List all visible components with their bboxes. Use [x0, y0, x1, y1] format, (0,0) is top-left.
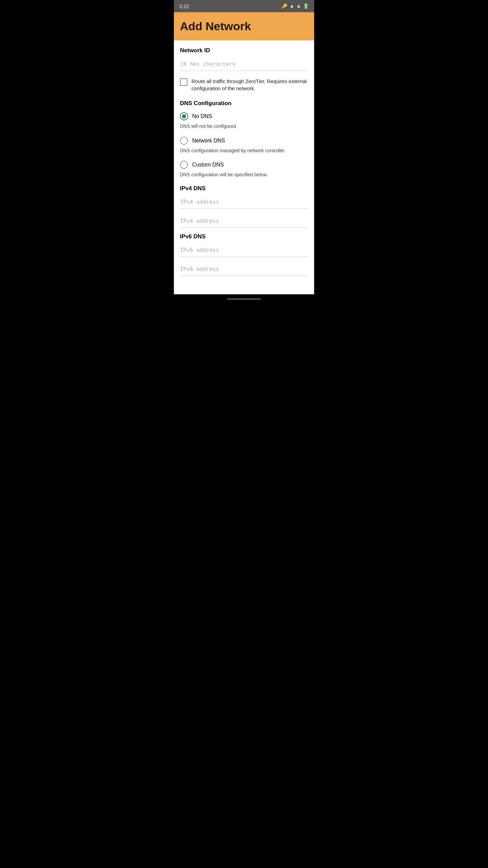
ipv4-dns-section: IPv4 DNS	[180, 185, 308, 233]
ipv6-dns-input-2[interactable]	[180, 262, 308, 276]
route-traffic-checkbox[interactable]	[180, 78, 187, 86]
status-icons: 🔑 ▲ ▲ 🔋	[282, 3, 309, 9]
page-title: Add Network	[180, 20, 308, 33]
content-area: Network ID Route all traffic through Zer…	[174, 40, 314, 294]
radio-row-network-dns[interactable]: Network DNS	[180, 137, 308, 145]
network-dns-description: DNS configuration managed by network con…	[180, 147, 308, 154]
status-time: 2:22	[179, 3, 189, 9]
phone-container: 2:22 🔑 ▲ ▲ 🔋 Add Network Network ID Rout…	[174, 0, 314, 304]
no-dns-description: DNS will not be configured.	[180, 123, 308, 130]
dns-config-label: DNS Configuration	[180, 100, 308, 107]
radio-custom-dns-label: Custom DNS	[192, 162, 224, 168]
radio-no-dns-inner	[182, 114, 186, 118]
battery-icon: 🔋	[303, 3, 309, 9]
radio-custom-dns[interactable]	[180, 161, 188, 169]
dns-config-section: DNS Configuration No DNS DNS will not be…	[180, 100, 308, 178]
radio-no-dns-label: No DNS	[192, 113, 212, 119]
ipv4-dns-input-1[interactable]	[180, 195, 308, 209]
radio-row-no-dns[interactable]: No DNS	[180, 112, 308, 120]
ipv4-dns-label: IPv4 DNS	[180, 185, 308, 192]
radio-network-dns[interactable]	[180, 137, 188, 145]
key-icon: 🔑	[282, 3, 287, 9]
ipv6-dns-label: IPv6 DNS	[180, 233, 308, 240]
custom-dns-description: DNS configuration will be specified belo…	[180, 172, 308, 178]
status-bar: 2:22 🔑 ▲ ▲ 🔋	[174, 0, 314, 12]
signal-icon: ▲	[296, 3, 301, 9]
ipv4-dns-input-2[interactable]	[180, 214, 308, 228]
radio-row-custom-dns[interactable]: Custom DNS	[180, 161, 308, 169]
wifi-icon: ▲	[289, 3, 294, 9]
page-header: Add Network	[174, 12, 314, 40]
bottom-nav	[174, 294, 314, 304]
network-id-label: Network ID	[180, 47, 308, 54]
network-id-input[interactable]	[180, 57, 308, 71]
network-id-section: Network ID	[180, 47, 308, 76]
bottom-bar-indicator	[227, 298, 261, 300]
route-traffic-row: Route all traffic through ZeroTier. Requ…	[180, 78, 308, 92]
route-traffic-label: Route all traffic through ZeroTier. Requ…	[191, 78, 308, 92]
ipv6-dns-input-1[interactable]	[180, 243, 308, 257]
radio-no-dns[interactable]	[180, 112, 188, 120]
ipv6-dns-section: IPv6 DNS	[180, 233, 308, 281]
radio-network-dns-label: Network DNS	[192, 138, 225, 144]
